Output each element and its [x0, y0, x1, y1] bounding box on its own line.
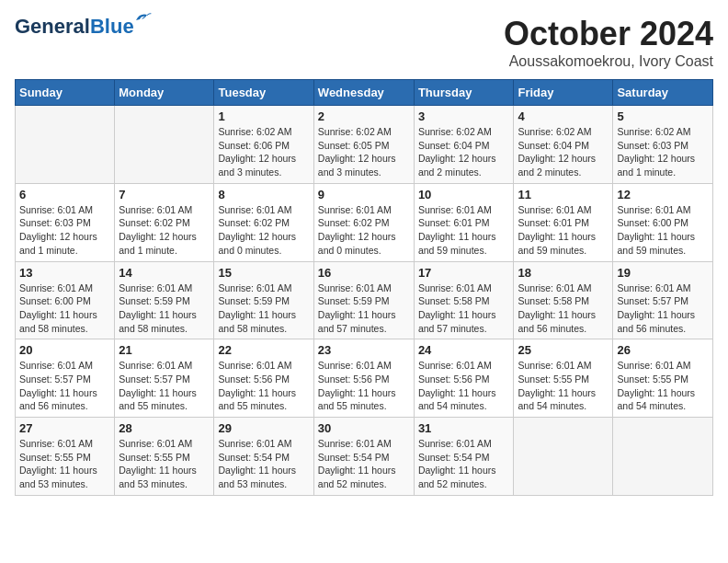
day-info: Sunrise: 6:01 AM Sunset: 5:54 PM Dayligh…: [418, 437, 510, 491]
calendar-header-row: SundayMondayTuesdayWednesdayThursdayFrid…: [16, 80, 713, 106]
calendar-day-cell: 30Sunrise: 6:01 AM Sunset: 5:54 PM Dayli…: [313, 418, 414, 496]
calendar-day-cell: 28Sunrise: 6:01 AM Sunset: 5:55 PM Dayli…: [115, 418, 214, 496]
calendar-day-cell: [16, 106, 115, 184]
day-number: 27: [19, 421, 110, 435]
day-number: 29: [218, 421, 309, 435]
calendar-week-row: 27Sunrise: 6:01 AM Sunset: 5:55 PM Dayli…: [16, 418, 713, 496]
day-info: Sunrise: 6:01 AM Sunset: 5:58 PM Dayligh…: [418, 282, 510, 336]
calendar-day-cell: 16Sunrise: 6:01 AM Sunset: 5:59 PM Dayli…: [313, 261, 414, 339]
day-number: 6: [19, 188, 110, 201]
calendar-day-cell: 26Sunrise: 6:01 AM Sunset: 5:55 PM Dayli…: [613, 339, 713, 418]
day-number: 11: [518, 188, 609, 201]
calendar-day-cell: 27Sunrise: 6:01 AM Sunset: 5:55 PM Dayli…: [16, 418, 115, 496]
calendar-day-cell: [115, 106, 214, 184]
day-number: 5: [617, 109, 709, 123]
calendar-day-cell: 21Sunrise: 6:01 AM Sunset: 5:57 PM Dayli…: [115, 339, 214, 418]
calendar-header-cell: Wednesday: [313, 80, 414, 106]
day-number: 18: [518, 266, 609, 280]
logo: GeneralBlue: [15, 15, 134, 39]
day-number: 23: [318, 343, 410, 357]
day-info: Sunrise: 6:01 AM Sunset: 5:55 PM Dayligh…: [119, 437, 210, 491]
day-info: Sunrise: 6:01 AM Sunset: 6:02 PM Dayligh…: [119, 203, 210, 258]
day-info: Sunrise: 6:01 AM Sunset: 5:54 PM Dayligh…: [218, 437, 309, 491]
day-info: Sunrise: 6:01 AM Sunset: 5:59 PM Dayligh…: [218, 282, 309, 336]
calendar-day-cell: 25Sunrise: 6:01 AM Sunset: 5:55 PM Dayli…: [514, 339, 613, 418]
calendar-header-cell: Tuesday: [214, 80, 313, 106]
day-number: 14: [119, 266, 210, 280]
day-info: Sunrise: 6:02 AM Sunset: 6:04 PM Dayligh…: [518, 125, 609, 179]
calendar-day-cell: 20Sunrise: 6:01 AM Sunset: 5:57 PM Dayli…: [16, 339, 115, 418]
calendar-table: SundayMondayTuesdayWednesdayThursdayFrid…: [15, 79, 713, 496]
calendar-week-row: 20Sunrise: 6:01 AM Sunset: 5:57 PM Dayli…: [16, 339, 713, 418]
day-info: Sunrise: 6:01 AM Sunset: 6:00 PM Dayligh…: [19, 282, 110, 336]
day-number: 10: [418, 188, 510, 201]
calendar-day-cell: 4Sunrise: 6:02 AM Sunset: 6:04 PM Daylig…: [514, 106, 613, 184]
day-info: Sunrise: 6:02 AM Sunset: 6:04 PM Dayligh…: [418, 125, 510, 179]
calendar-day-cell: 19Sunrise: 6:01 AM Sunset: 5:57 PM Dayli…: [613, 261, 713, 339]
calendar-day-cell: 31Sunrise: 6:01 AM Sunset: 5:54 PM Dayli…: [414, 418, 514, 496]
day-info: Sunrise: 6:02 AM Sunset: 6:03 PM Dayligh…: [617, 125, 709, 179]
day-info: Sunrise: 6:01 AM Sunset: 6:00 PM Dayligh…: [617, 203, 709, 258]
calendar-day-cell: 10Sunrise: 6:01 AM Sunset: 6:01 PM Dayli…: [414, 183, 514, 261]
calendar-week-row: 1Sunrise: 6:02 AM Sunset: 6:06 PM Daylig…: [16, 106, 713, 184]
calendar-body: 1Sunrise: 6:02 AM Sunset: 6:06 PM Daylig…: [16, 106, 713, 496]
calendar-day-cell: 1Sunrise: 6:02 AM Sunset: 6:06 PM Daylig…: [214, 106, 313, 184]
calendar-header-cell: Friday: [514, 80, 613, 106]
calendar-day-cell: 3Sunrise: 6:02 AM Sunset: 6:04 PM Daylig…: [414, 106, 514, 184]
day-info: Sunrise: 6:01 AM Sunset: 5:54 PM Dayligh…: [318, 437, 410, 491]
day-info: Sunrise: 6:01 AM Sunset: 5:59 PM Dayligh…: [318, 282, 410, 336]
day-number: 1: [218, 109, 309, 123]
day-number: 19: [617, 266, 709, 280]
day-number: 22: [218, 343, 309, 357]
page-header: GeneralBlue October 2024 Aoussakomoekrou…: [15, 15, 713, 70]
calendar-day-cell: 7Sunrise: 6:01 AM Sunset: 6:02 PM Daylig…: [115, 183, 214, 261]
month-title: October 2024: [504, 15, 713, 53]
day-info: Sunrise: 6:01 AM Sunset: 6:02 PM Dayligh…: [318, 203, 410, 258]
calendar-day-cell: 17Sunrise: 6:01 AM Sunset: 5:58 PM Dayli…: [414, 261, 514, 339]
calendar-day-cell: 9Sunrise: 6:01 AM Sunset: 6:02 PM Daylig…: [313, 183, 414, 261]
calendar-week-row: 13Sunrise: 6:01 AM Sunset: 6:00 PM Dayli…: [16, 261, 713, 339]
day-info: Sunrise: 6:01 AM Sunset: 5:55 PM Dayligh…: [19, 437, 110, 491]
day-info: Sunrise: 6:01 AM Sunset: 5:58 PM Dayligh…: [518, 282, 609, 336]
day-number: 25: [518, 343, 609, 357]
day-number: 2: [318, 109, 410, 123]
day-info: Sunrise: 6:02 AM Sunset: 6:06 PM Dayligh…: [218, 125, 309, 179]
day-info: Sunrise: 6:01 AM Sunset: 5:57 PM Dayligh…: [19, 359, 110, 413]
calendar-day-cell: 23Sunrise: 6:01 AM Sunset: 5:56 PM Dayli…: [313, 339, 414, 418]
day-number: 20: [19, 343, 110, 357]
day-info: Sunrise: 6:01 AM Sunset: 5:55 PM Dayligh…: [518, 359, 609, 413]
day-info: Sunrise: 6:01 AM Sunset: 5:55 PM Dayligh…: [617, 359, 709, 413]
day-number: 26: [617, 343, 709, 357]
day-number: 13: [19, 266, 110, 280]
calendar-day-cell: 2Sunrise: 6:02 AM Sunset: 6:05 PM Daylig…: [313, 106, 414, 184]
logo-blue: Blue: [90, 15, 134, 38]
calendar-day-cell: 22Sunrise: 6:01 AM Sunset: 5:56 PM Dayli…: [214, 339, 313, 418]
day-number: 3: [418, 109, 510, 123]
calendar-day-cell: 14Sunrise: 6:01 AM Sunset: 5:59 PM Dayli…: [115, 261, 214, 339]
day-info: Sunrise: 6:02 AM Sunset: 6:05 PM Dayligh…: [318, 125, 410, 179]
calendar-header-cell: Thursday: [414, 80, 514, 106]
calendar-day-cell: 12Sunrise: 6:01 AM Sunset: 6:00 PM Dayli…: [613, 183, 713, 261]
calendar-day-cell: 24Sunrise: 6:01 AM Sunset: 5:56 PM Dayli…: [414, 339, 514, 418]
day-number: 8: [218, 188, 309, 201]
calendar-day-cell: 15Sunrise: 6:01 AM Sunset: 5:59 PM Dayli…: [214, 261, 313, 339]
day-info: Sunrise: 6:01 AM Sunset: 5:57 PM Dayligh…: [119, 359, 210, 413]
day-info: Sunrise: 6:01 AM Sunset: 6:01 PM Dayligh…: [518, 203, 609, 258]
location-title: Aoussakomoekrou, Ivory Coast: [504, 53, 713, 70]
calendar-day-cell: 13Sunrise: 6:01 AM Sunset: 6:00 PM Dayli…: [16, 261, 115, 339]
day-number: 12: [617, 188, 709, 201]
logo-general: General: [15, 15, 90, 38]
calendar-day-cell: 11Sunrise: 6:01 AM Sunset: 6:01 PM Dayli…: [514, 183, 613, 261]
logo-bird-icon: [132, 7, 153, 28]
title-area: October 2024 Aoussakomoekrou, Ivory Coas…: [504, 15, 713, 70]
calendar-day-cell: [613, 418, 713, 496]
day-number: 17: [418, 266, 510, 280]
day-info: Sunrise: 6:01 AM Sunset: 6:01 PM Dayligh…: [418, 203, 510, 258]
day-number: 15: [218, 266, 309, 280]
day-info: Sunrise: 6:01 AM Sunset: 5:57 PM Dayligh…: [617, 282, 709, 336]
day-info: Sunrise: 6:01 AM Sunset: 5:56 PM Dayligh…: [318, 359, 410, 413]
day-info: Sunrise: 6:01 AM Sunset: 5:56 PM Dayligh…: [418, 359, 510, 413]
day-info: Sunrise: 6:01 AM Sunset: 5:56 PM Dayligh…: [218, 359, 309, 413]
day-number: 28: [119, 421, 210, 435]
day-number: 16: [318, 266, 410, 280]
